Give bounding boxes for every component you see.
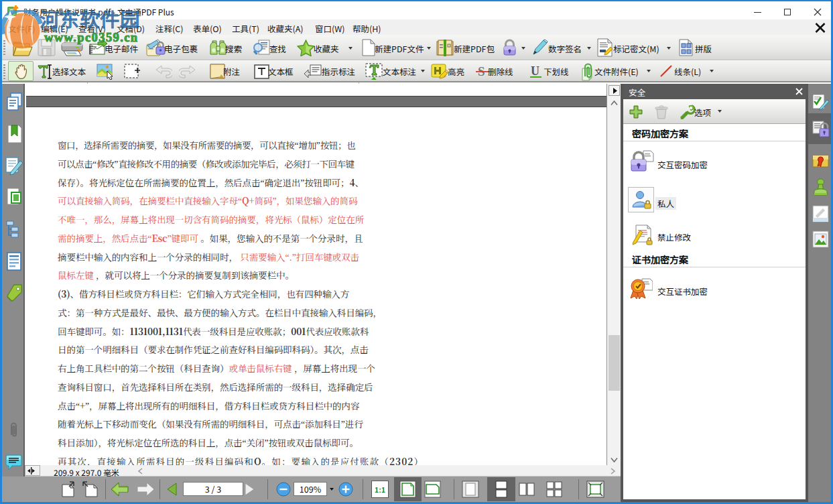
svg-text:U: U xyxy=(531,64,539,78)
